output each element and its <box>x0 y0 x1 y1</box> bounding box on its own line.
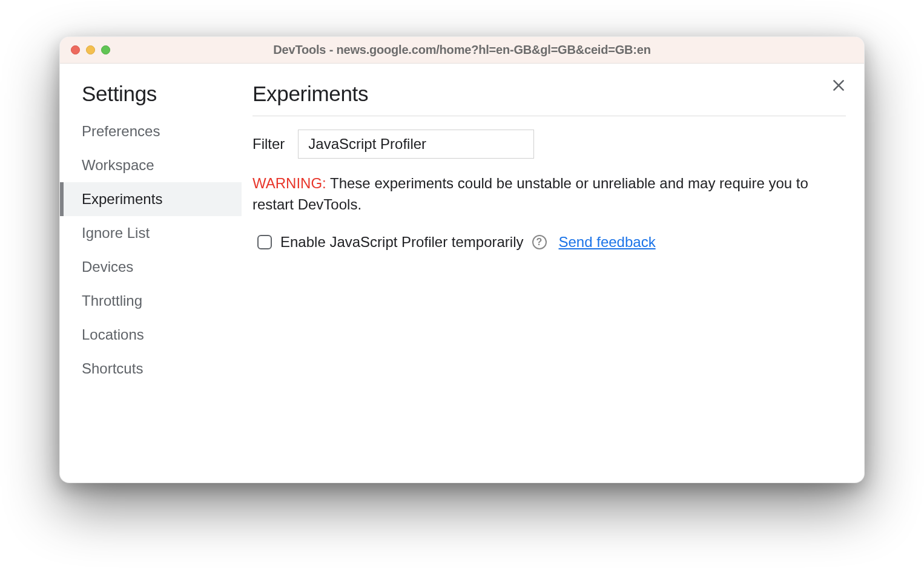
filter-input[interactable] <box>298 130 534 159</box>
sidebar-item-label: Shortcuts <box>82 360 143 377</box>
window-zoom-button[interactable] <box>101 45 110 54</box>
devtools-window: DevTools - news.google.com/home?hl=en-GB… <box>59 36 865 483</box>
experiment-checkbox[interactable] <box>257 235 272 249</box>
sidebar-item-label: Experiments <box>82 191 162 207</box>
help-icon[interactable]: ? <box>532 235 547 249</box>
experiments-warning: WARNING: These experiments could be unst… <box>252 165 846 222</box>
window-content: Settings Preferences Workspace Experimen… <box>60 64 864 482</box>
sidebar-item-label: Throttling <box>82 292 142 309</box>
sidebar-item-devices[interactable]: Devices <box>60 250 242 284</box>
window-close-button[interactable] <box>71 45 80 54</box>
close-settings-button[interactable] <box>830 77 847 94</box>
sidebar-item-experiments[interactable]: Experiments <box>60 182 242 216</box>
window-titlebar: DevTools - news.google.com/home?hl=en-GB… <box>60 37 864 64</box>
send-feedback-link[interactable]: Send feedback <box>559 234 656 251</box>
traffic-lights <box>60 45 110 54</box>
sidebar-item-throttling[interactable]: Throttling <box>60 284 242 318</box>
panel-title: Experiments <box>252 82 846 116</box>
settings-sidebar: Settings Preferences Workspace Experimen… <box>60 64 242 482</box>
sidebar-item-preferences[interactable]: Preferences <box>60 114 242 148</box>
sidebar-item-shortcuts[interactable]: Shortcuts <box>60 352 242 386</box>
filter-label: Filter <box>252 136 285 153</box>
sidebar-item-workspace[interactable]: Workspace <box>60 148 242 182</box>
sidebar-item-label: Locations <box>82 326 144 343</box>
sidebar-title: Settings <box>60 82 242 114</box>
sidebar-item-ignore-list[interactable]: Ignore List <box>60 216 242 250</box>
experiment-label: Enable JavaScript Profiler temporarily <box>280 234 524 251</box>
sidebar-item-locations[interactable]: Locations <box>60 318 242 352</box>
window-minimize-button[interactable] <box>86 45 95 54</box>
warning-prefix: WARNING: <box>252 175 326 191</box>
sidebar-item-label: Workspace <box>82 157 154 173</box>
experiment-row: Enable JavaScript Profiler temporarily ?… <box>252 222 846 251</box>
sidebar-item-label: Preferences <box>82 123 160 139</box>
sidebar-item-label: Devices <box>82 258 133 275</box>
window-title: DevTools - news.google.com/home?hl=en-GB… <box>273 43 650 57</box>
close-icon <box>831 77 846 93</box>
filter-row: Filter <box>252 116 846 165</box>
sidebar-item-label: Ignore List <box>82 225 150 241</box>
settings-panel: Experiments Filter WARNING: These experi… <box>242 64 864 482</box>
warning-body: These experiments could be unstable or u… <box>252 175 808 212</box>
